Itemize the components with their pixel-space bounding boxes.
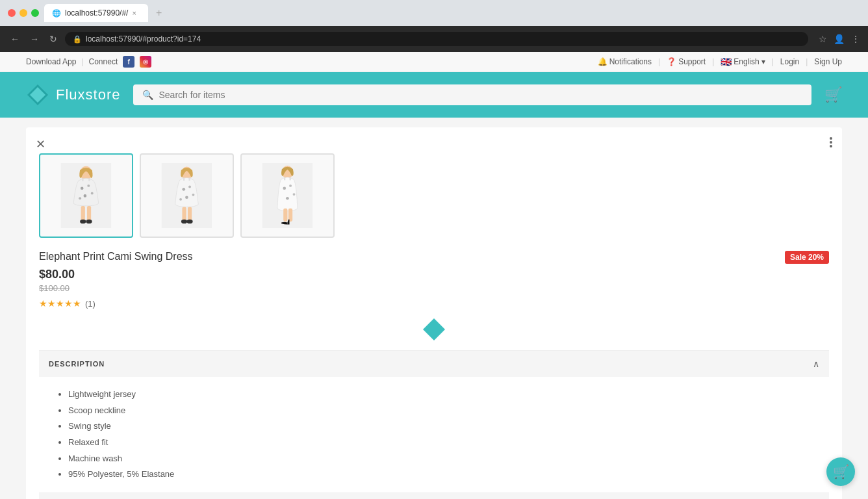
- menu-icon[interactable]: ⋮: [851, 34, 860, 44]
- svg-marker-2: [30, 87, 45, 103]
- minimize-dot[interactable]: [19, 9, 27, 17]
- download-app-link[interactable]: Download App: [26, 57, 76, 66]
- description-section-header[interactable]: DESCRIPTION ∧: [39, 350, 829, 377]
- description-list-item: Machine wash: [68, 451, 819, 467]
- rating-count: (1): [85, 299, 96, 309]
- description-section-title: DESCRIPTION: [49, 360, 105, 368]
- login-link[interactable]: Login: [780, 57, 799, 66]
- facebook-icon[interactable]: f: [123, 56, 134, 68]
- svg-rect-26: [188, 207, 192, 221]
- bookmark-icon[interactable]: ☆: [819, 34, 827, 44]
- svg-point-15: [86, 219, 92, 223]
- more-dot: [830, 141, 832, 144]
- svg-point-9: [79, 197, 81, 199]
- svg-rect-25: [183, 207, 186, 221]
- forward-button[interactable]: →: [27, 32, 42, 45]
- description-list-item: 95% Polyester, 5% Elastane: [68, 467, 819, 483]
- search-input[interactable]: [159, 90, 802, 100]
- product-image-1[interactable]: [39, 153, 133, 238]
- divider2: |: [658, 57, 660, 66]
- cart-button[interactable]: 🛒: [824, 86, 842, 103]
- description-section-content: Lightweight jerseyScoop necklineSwing st…: [39, 377, 829, 493]
- svg-rect-23: [183, 177, 185, 181]
- svg-point-6: [87, 185, 90, 187]
- product-image-3[interactable]: [240, 153, 335, 238]
- tab-close-button[interactable]: ×: [132, 9, 136, 17]
- bell-icon: 🔔: [598, 57, 607, 66]
- divider4: |: [772, 57, 774, 66]
- cart-add-icon: 🛒: [833, 464, 849, 480]
- loading-spinner-area: [39, 309, 829, 350]
- more-options-button[interactable]: [830, 137, 832, 147]
- lang-chevron-icon: ▾: [761, 57, 765, 66]
- search-bar[interactable]: 🔍: [133, 84, 811, 105]
- close-dot[interactable]: [8, 9, 16, 17]
- logo[interactable]: Fluxstore: [26, 83, 120, 107]
- new-tab-button[interactable]: +: [156, 7, 162, 19]
- notifications-link[interactable]: 🔔 Notifications: [598, 57, 652, 66]
- product-image-svg-1: [49, 163, 123, 229]
- divider1: |: [81, 57, 83, 66]
- logo-diamond-icon: [26, 83, 49, 107]
- language-selector[interactable]: 🇬🇧 English ▾: [721, 57, 765, 67]
- product-details-left: Elephant Print Cami Swing Dress $80.00 $…: [39, 251, 193, 309]
- product-info-row: Elephant Print Cami Swing Dress $80.00 $…: [39, 251, 829, 309]
- sale-badge-container: Sale 20%: [785, 251, 829, 262]
- loading-spinner: [423, 318, 445, 340]
- svg-point-5: [81, 186, 84, 190]
- svg-point-33: [286, 197, 289, 200]
- close-button[interactable]: ✕: [36, 137, 45, 151]
- svg-point-8: [91, 192, 94, 194]
- reload-button[interactable]: ↻: [47, 32, 60, 45]
- product-image-2[interactable]: [140, 153, 234, 238]
- main-content: ✕: [0, 118, 868, 499]
- browser-addressbar: ← → ↻ 🔒 localhost:57990/#product?id=174 …: [0, 26, 868, 52]
- product-images: [39, 153, 829, 238]
- svg-rect-35: [284, 177, 285, 180]
- svg-point-21: [192, 194, 195, 196]
- browser-tab[interactable]: 🌐 localhost:57990/#/ ×: [44, 4, 148, 22]
- url-text: localhost:57990/#product?id=174: [86, 34, 201, 44]
- product-container: ✕: [26, 127, 842, 499]
- signup-link[interactable]: Sign Up: [814, 57, 842, 66]
- svg-point-22: [179, 198, 182, 200]
- sale-badge: Sale 20%: [785, 251, 829, 264]
- description-toggle-icon: ∧: [813, 359, 819, 369]
- address-bar[interactable]: 🔒 localhost:57990/#product?id=174: [65, 32, 808, 46]
- search-icon: 🔍: [142, 90, 153, 100]
- utility-left: Download App | Connect f ◎: [26, 56, 151, 68]
- svg-rect-13: [87, 205, 91, 220]
- svg-rect-12: [81, 205, 85, 220]
- svg-point-7: [84, 194, 87, 198]
- description-list-item: Relaxed fit: [68, 435, 819, 451]
- logo-text: Fluxstore: [56, 86, 120, 103]
- product-image-svg-2: [150, 163, 223, 229]
- cart-icon: 🛒: [824, 86, 842, 103]
- svg-point-27: [181, 219, 187, 223]
- description-list-item: Lightweight jersey: [68, 387, 819, 403]
- svg-point-14: [80, 219, 86, 223]
- instagram-icon[interactable]: ◎: [140, 56, 151, 68]
- svg-point-20: [185, 196, 188, 199]
- utility-right: 🔔 Notifications | ❓ Support | 🇬🇧 English…: [598, 57, 842, 67]
- connect-label: Connect: [89, 57, 118, 66]
- utility-bar: Download App | Connect f ◎ 🔔 Notificatio…: [0, 52, 868, 72]
- tab-title: localhost:57990/#/: [65, 8, 128, 18]
- svg-rect-24: [189, 177, 190, 181]
- support-link[interactable]: ❓ Support: [667, 57, 706, 66]
- product-rating: ★★★★★ (1): [39, 298, 193, 309]
- svg-point-18: [183, 188, 186, 191]
- divider3: |: [712, 57, 714, 66]
- description-list-item: Scoop neckline: [68, 403, 819, 419]
- back-button[interactable]: ←: [8, 32, 22, 45]
- additional-info-section-header[interactable]: ADDITIONAL INFORMATION ∧: [39, 493, 829, 499]
- add-to-cart-fab-button[interactable]: 🛒: [826, 457, 855, 486]
- user-icon[interactable]: 👤: [834, 34, 845, 44]
- lock-icon: 🔒: [73, 35, 82, 44]
- maximize-dot[interactable]: [31, 9, 39, 17]
- svg-rect-11: [88, 178, 90, 181]
- svg-rect-37: [283, 208, 287, 221]
- description-list: Lightweight jerseyScoop necklineSwing st…: [58, 387, 819, 483]
- flag-icon: 🇬🇧: [721, 57, 732, 67]
- browser-actions: ☆ 👤 ⋮: [819, 34, 860, 44]
